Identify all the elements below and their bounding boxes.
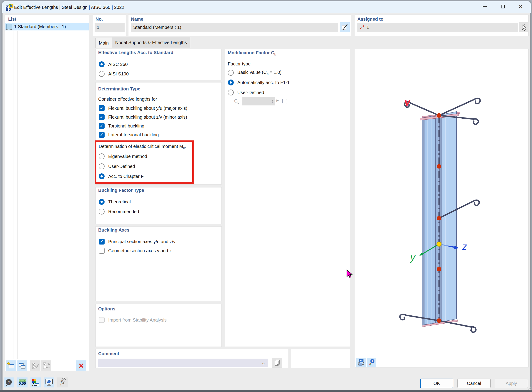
minimize-button[interactable] [477, 2, 492, 11]
name-field[interactable]: Standard (Members : 1) [131, 23, 338, 32]
radio-theoretical[interactable]: Theoretical [99, 199, 131, 205]
list-guide-line [17, 31, 18, 359]
list-item-selected[interactable]: 1 Standard (Members : 1) [5, 23, 89, 30]
cancel-button[interactable]: Cancel [457, 378, 491, 388]
list-header: List [8, 17, 16, 22]
checkbox-icon: ✓ [99, 105, 105, 111]
check-all-button [30, 360, 40, 371]
radio-eigenvalue-method[interactable]: Eigenvalue method [99, 153, 147, 159]
toggle-check-button [41, 360, 51, 371]
checkbox-principal-axes[interactable]: ✓ Principal section axes y/u and z/v [99, 239, 175, 244]
radio-label: Acc. to Chapter F [108, 174, 144, 179]
member-icon [360, 25, 365, 30]
sync-view-button[interactable] [356, 358, 366, 367]
member-info-button[interactable]: i [367, 358, 376, 367]
copy-item-button[interactable] [17, 360, 27, 371]
radio-icon [99, 153, 105, 159]
maximize-icon [501, 5, 505, 8]
member-viewport[interactable]: v y z i [355, 49, 529, 368]
display-settings-button[interactable]: A [30, 378, 41, 387]
svg-text:?: ? [8, 380, 10, 384]
formula-button[interactable]: fx [57, 378, 68, 387]
copy-pages-icon [273, 359, 281, 366]
app-icon [5, 3, 14, 12]
radio-aisi-s100[interactable]: AISI S100 [99, 71, 129, 77]
buckling-axes-section [95, 226, 222, 301]
checkbox-label: Flexural buckling about z/v (minor axis) [108, 115, 187, 120]
window-bottom-edge [0, 390, 532, 392]
radio-label: Theoretical [108, 199, 131, 205]
radio-automatically-f1-1[interactable]: Automatically acc. to F1-1 [228, 79, 290, 85]
consider-label: Consider effective lengths for [98, 97, 157, 102]
checkbox-label: Principal section axes y/u and z/v [108, 239, 175, 244]
toggle-check-icon [42, 362, 50, 370]
checkbox-flexural-zv[interactable]: ✓ Flexural buckling about z/v (minor axi… [99, 114, 187, 120]
help-button[interactable]: ? [4, 378, 14, 387]
assigned-label: Assigned to [357, 17, 383, 22]
axis-v-label: v [405, 97, 410, 108]
member-info-icon: i [368, 359, 375, 366]
pick-members-button[interactable] [519, 22, 528, 32]
radio-icon [99, 61, 105, 67]
list-item-label: 1 Standard (Members : 1) [14, 24, 66, 29]
title-bar[interactable]: Edit Effective Lengths | Steel Design | … [2, 1, 531, 13]
buckling-factor-title: Buckling Factor Type [98, 188, 144, 193]
minimize-icon [483, 6, 487, 7]
radio-label: User-Defined [108, 164, 135, 169]
checkbox-icon: ✓ [99, 132, 105, 138]
tab-nodal-supports[interactable]: Nodal Supports & Effective Lengths [112, 37, 190, 48]
checkbox-label: Import from Stability Analysis [108, 317, 167, 323]
rename-button[interactable] [340, 22, 350, 32]
checkbox-icon [99, 248, 105, 254]
comment-templates-button[interactable] [272, 358, 282, 368]
standard-section-title: Effective Lengths Acc. to Standard [98, 50, 173, 55]
checkbox-torsional[interactable]: ✓ Torsional buckling [99, 123, 144, 129]
name-label: Name [131, 17, 143, 22]
radio-recommended[interactable]: Recommended [99, 209, 139, 215]
checkbox-geometric-axes[interactable]: Geometric section axes y and z [99, 248, 172, 254]
svg-text:i: i [372, 359, 373, 363]
radio-label: Basic value (Cb = 1.0) [237, 70, 282, 76]
determination-section-title: Determination Type [98, 86, 140, 92]
resize-grip[interactable] [527, 387, 531, 391]
svg-text:A: A [32, 383, 35, 386]
axis-z-label: z [462, 241, 467, 252]
cb-unit-label: [--] [282, 98, 287, 104]
units-value: 0,00 [19, 382, 26, 386]
new-window-icon: ★ [7, 362, 15, 370]
close-button[interactable]: ✕ [513, 2, 528, 11]
assigned-field[interactable]: 1 [357, 23, 518, 32]
radio-mcr-user-defined[interactable]: User-Defined [99, 163, 135, 169]
list-item-icon [6, 24, 12, 29]
maximize-button[interactable] [496, 2, 510, 11]
apply-button: Apply [495, 378, 528, 388]
member-3d-view [355, 49, 529, 368]
radio-aisc-360[interactable]: AISC 360 [99, 61, 128, 67]
ruler-icon [19, 379, 26, 382]
checkbox-flexural-yu[interactable]: ✓ Flexural buckling about y/u (major axi… [99, 105, 187, 111]
monitor-icon [45, 378, 53, 387]
radio-basic-value[interactable]: Basic value (Cb = 1.0) [228, 70, 282, 76]
delete-x-icon: ✕ [78, 362, 84, 370]
tab-main[interactable]: Main [95, 38, 112, 48]
comment-combobox[interactable]: ⌄ [98, 359, 268, 367]
radio-cb-user-defined[interactable]: User-Defined [228, 89, 264, 95]
ok-button[interactable]: OK [420, 378, 453, 388]
chevron-down-icon: ⌄ [261, 362, 266, 364]
no-label: No. [95, 17, 103, 22]
radio-acc-to-chapter-f[interactable]: Acc. to Chapter F [99, 173, 144, 179]
checkbox-lateral-torsional[interactable]: ✓ Lateral-torsional buckling [99, 132, 159, 138]
radio-icon [99, 71, 105, 77]
axis-y-label: y [410, 252, 415, 263]
radio-icon [228, 79, 234, 85]
list-guide-line [13, 31, 14, 359]
buckling-axes-title: Buckling Axes [98, 228, 129, 233]
checkbox-icon: ✓ [99, 239, 105, 244]
radio-label: User-Defined [237, 90, 264, 95]
units-settings-button[interactable]: 0,00 [17, 378, 28, 387]
new-item-button[interactable]: ★ [6, 360, 16, 371]
checkbox-import-stability: Import from Stability Analysis [99, 317, 167, 323]
rendering-button[interactable] [44, 378, 54, 387]
delete-item-button[interactable]: ✕ [76, 360, 86, 371]
radio-label: AISC 360 [108, 62, 128, 67]
